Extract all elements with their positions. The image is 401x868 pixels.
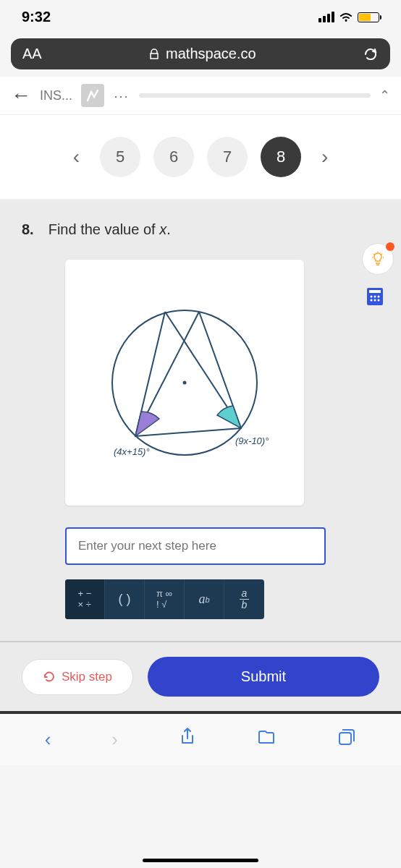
wifi-icon (339, 12, 353, 22)
operators-button[interactable]: + −× ÷ (65, 579, 105, 619)
calculator-button[interactable] (362, 286, 388, 312)
left-angle-label: (4x+15)° (114, 446, 150, 457)
math-toolbar: + −× ÷ ( ) π ∞! √ ab ab (65, 579, 264, 619)
svg-rect-2 (369, 290, 381, 293)
question-nav-5[interactable]: 5 (100, 137, 140, 177)
header-title: INS... (40, 88, 72, 103)
prev-question-button[interactable]: ‹ (66, 145, 87, 169)
symbols-button[interactable]: π ∞! √ (145, 579, 185, 619)
browser-back-button[interactable]: ‹ (45, 728, 51, 751)
fraction-button[interactable]: ab (224, 579, 264, 619)
share-button[interactable] (179, 727, 196, 752)
status-time: 9:32 (22, 9, 51, 25)
submit-button[interactable]: Submit (148, 657, 379, 697)
text-size-button[interactable]: AA (22, 46, 42, 62)
svg-point-0 (345, 19, 347, 21)
diagram: (4x+15)° (9x-10)° (65, 260, 304, 506)
domain-text: mathspace.co (42, 46, 363, 62)
answer-input[interactable] (65, 527, 326, 565)
tabs-button[interactable] (337, 728, 356, 752)
signal-icon (318, 12, 334, 22)
app-logo[interactable] (81, 84, 104, 107)
status-icons (318, 12, 379, 22)
skip-step-button[interactable]: Skip step (22, 659, 133, 695)
right-angle-label: (9x-10)° (235, 435, 269, 446)
svg-line-12 (135, 428, 241, 436)
svg-point-6 (371, 299, 373, 302)
svg-point-4 (374, 296, 376, 298)
hint-button[interactable] (362, 243, 394, 275)
question-text: Find the value of x. (48, 221, 171, 238)
svg-point-7 (374, 299, 376, 302)
skip-icon (43, 671, 56, 684)
svg-point-8 (378, 299, 380, 302)
question-nav-7[interactable]: 7 (207, 137, 248, 177)
address-bar[interactable]: AA mathspace.co (11, 38, 390, 69)
bookmarks-button[interactable] (256, 728, 277, 751)
svg-point-10 (183, 381, 187, 385)
home-indicator[interactable] (143, 859, 258, 862)
parentheses-button[interactable]: ( ) (105, 579, 145, 619)
svg-point-3 (371, 296, 373, 298)
back-button[interactable]: ← (11, 84, 31, 107)
browser-forward-button[interactable]: › (111, 728, 118, 751)
lock-icon (148, 48, 160, 60)
question-number: 8. (22, 221, 34, 238)
collapse-icon[interactable]: ⌃ (379, 88, 390, 103)
battery-icon (358, 12, 379, 22)
exponent-button[interactable]: ab (185, 579, 224, 619)
question-nav-8[interactable]: 8 (261, 137, 301, 177)
progress-bar (139, 93, 371, 98)
svg-rect-16 (339, 733, 351, 744)
reload-icon[interactable] (363, 46, 379, 62)
question-nav-6[interactable]: 6 (153, 137, 194, 177)
more-menu-icon[interactable]: ⋮ (113, 90, 130, 101)
next-question-button[interactable]: › (314, 145, 335, 169)
svg-point-5 (378, 296, 380, 298)
